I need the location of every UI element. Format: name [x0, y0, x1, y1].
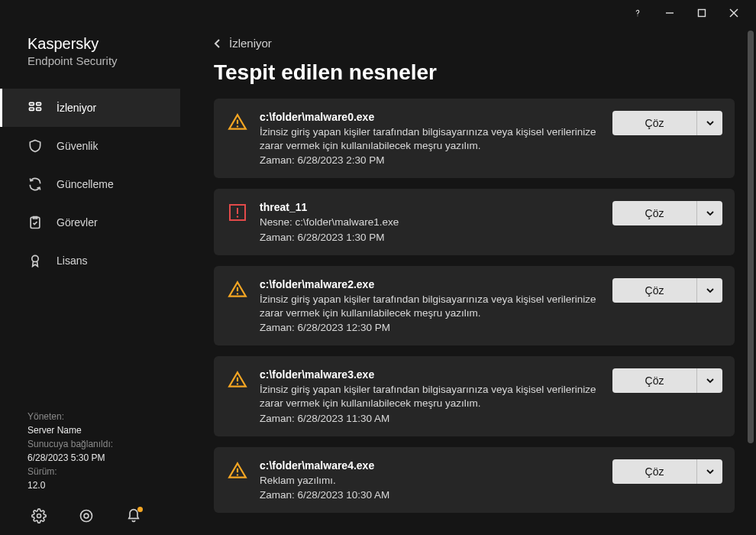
award-icon	[27, 253, 43, 268]
threat-info: c:\folder\malware2.exeİzinsiz giriş yapa…	[260, 278, 600, 333]
support-button[interactable]	[78, 507, 95, 524]
svg-rect-8	[37, 108, 41, 110]
minimize-button[interactable]	[654, 2, 686, 24]
connected-value: 6/28/2023 5:30 PM	[27, 451, 168, 465]
threat-card: c:\folder\malware0.exeİzinsiz giriş yapa…	[214, 99, 735, 178]
svg-rect-7	[30, 108, 34, 110]
content: İzleniyor Tespit edilen nesneler c:\fold…	[180, 26, 745, 535]
svg-point-20	[237, 293, 238, 294]
threat-info: c:\folder\malware0.exeİzinsiz giriş yapa…	[260, 111, 600, 166]
resolve-dropdown-button[interactable]	[696, 201, 722, 225]
brand-name: Kaspersky	[27, 35, 180, 53]
chevron-down-icon	[706, 118, 715, 128]
svg-point-18	[237, 216, 238, 218]
chevron-left-icon	[214, 38, 221, 49]
version-label: Sürüm:	[27, 465, 168, 478]
threat-list: c:\folder\malware0.exeİzinsiz giriş yapa…	[214, 99, 735, 535]
app-window: Kaspersky Endpoint Security İzleniyor Gü…	[0, 0, 756, 535]
resolve-button[interactable]: Çöz	[612, 111, 696, 135]
page-title: Tespit edilen nesneler	[214, 60, 735, 85]
managed-by-value: Server Name	[27, 423, 168, 437]
sidebar-item-label: Güvenlik	[57, 140, 98, 152]
resolve-dropdown-button[interactable]	[696, 111, 722, 135]
resolve-button[interactable]: Çöz	[612, 368, 696, 393]
sidebar-item-label: Lisans	[57, 255, 87, 267]
sidebar: Kaspersky Endpoint Security İzleniyor Gü…	[0, 26, 180, 535]
threat-title: c:\folder\malware4.exe	[260, 459, 600, 472]
version-value: 12.0	[27, 478, 168, 492]
threat-description: İzinsiz giriş yapan kişiler tarafından b…	[260, 383, 600, 410]
alert-warning-icon	[228, 461, 247, 481]
resolve-dropdown-button[interactable]	[696, 368, 722, 393]
brand-subtitle: Endpoint Security	[27, 54, 180, 67]
resolve-dropdown-button[interactable]	[696, 459, 722, 484]
monitor-icon	[27, 100, 43, 115]
connected-label: Sunucuya bağlanıldı:	[27, 437, 168, 451]
threat-time: Zaman: 6/28/2023 11:30 AM	[260, 413, 600, 424]
threat-time: Zaman: 6/28/2023 10:30 AM	[260, 489, 600, 501]
breadcrumb[interactable]: İzleniyor	[214, 37, 735, 50]
threat-card: c:\folder\malware2.exeİzinsiz giriş yapa…	[214, 266, 735, 345]
resolve-button[interactable]: Çöz	[612, 201, 696, 225]
sidebar-item-tasks[interactable]: Görevler	[0, 203, 180, 242]
svg-point-11	[37, 514, 41, 518]
threat-title: threat_11	[260, 201, 600, 213]
threat-actions: Çöz	[612, 111, 722, 135]
tasks-icon	[27, 215, 43, 230]
sidebar-item-label: Görevler	[57, 216, 98, 229]
shield-icon	[27, 138, 43, 154]
svg-point-22	[237, 383, 238, 384]
scrollbar[interactable]	[745, 26, 756, 535]
main: İzleniyor Tespit edilen nesneler c:\fold…	[180, 26, 756, 535]
nav: İzleniyor Güvenlik Güncelleme	[0, 89, 180, 280]
settings-button[interactable]	[31, 507, 47, 524]
threat-title: c:\folder\malware0.exe	[260, 111, 600, 123]
threat-description: İzinsiz giriş yapan kişiler tarafından b…	[260, 125, 600, 153]
sidebar-item-security[interactable]: Güvenlik	[0, 127, 180, 165]
threat-time: Zaman: 6/28/2023 12:30 PM	[260, 322, 600, 333]
threat-info: threat_11Nesne: c:\folder\malware1.exeZa…	[260, 201, 600, 242]
threat-actions: Çöz	[612, 278, 722, 303]
close-button[interactable]	[718, 2, 750, 24]
chevron-down-icon	[706, 209, 715, 218]
sidebar-item-license[interactable]: Lisans	[0, 242, 180, 280]
threat-title: c:\folder\malware2.exe	[260, 278, 600, 290]
threat-time: Zaman: 6/28/2023 2:30 PM	[260, 154, 600, 166]
chevron-down-icon	[706, 286, 715, 295]
threat-card: c:\folder\malware3.exeİzinsiz giriş yapa…	[214, 356, 735, 436]
threat-info: c:\folder\malware3.exeİzinsiz giriş yapa…	[260, 368, 600, 423]
refresh-icon	[27, 177, 43, 192]
alert-warning-icon	[228, 112, 247, 132]
sidebar-item-update[interactable]: Güncelleme	[0, 165, 180, 203]
notification-dot-icon	[137, 507, 143, 512]
threat-card: threat_11Nesne: c:\folder\malware1.exeZa…	[214, 189, 735, 255]
svg-point-13	[84, 514, 89, 518]
app-body: Kaspersky Endpoint Security İzleniyor Gü…	[0, 26, 756, 535]
svg-point-24	[237, 474, 238, 475]
notifications-button[interactable]	[125, 507, 142, 524]
threat-title: c:\folder\malware3.exe	[260, 368, 600, 381]
resolve-button[interactable]: Çöz	[612, 459, 696, 484]
threat-description: Reklam yazılımı.	[260, 474, 600, 488]
threat-actions: Çöz	[612, 459, 722, 484]
scrollbar-thumb[interactable]	[748, 31, 754, 443]
chevron-down-icon	[706, 376, 715, 385]
managed-by-label: Yöneten:	[27, 410, 168, 423]
threat-actions: Çöz	[612, 201, 722, 225]
help-button[interactable]	[622, 2, 654, 24]
chevron-down-icon	[706, 467, 715, 476]
sidebar-item-label: Güncelleme	[57, 178, 114, 190]
resolve-button[interactable]: Çöz	[612, 278, 696, 303]
alert-warning-icon	[228, 370, 247, 390]
threat-time: Zaman: 6/28/2023 1:30 PM	[260, 232, 600, 243]
svg-point-0	[637, 15, 638, 16]
resolve-dropdown-button[interactable]	[696, 278, 722, 303]
sidebar-item-monitoring[interactable]: İzleniyor	[0, 89, 180, 127]
alert-warning-icon	[228, 280, 247, 300]
svg-rect-6	[37, 102, 41, 105]
svg-point-12	[81, 511, 92, 522]
threat-description: Nesne: c:\folder\malware1.exe	[260, 216, 600, 229]
svg-point-15	[237, 125, 238, 127]
maximize-button[interactable]	[686, 2, 718, 24]
brand: Kaspersky Endpoint Security	[0, 35, 180, 78]
